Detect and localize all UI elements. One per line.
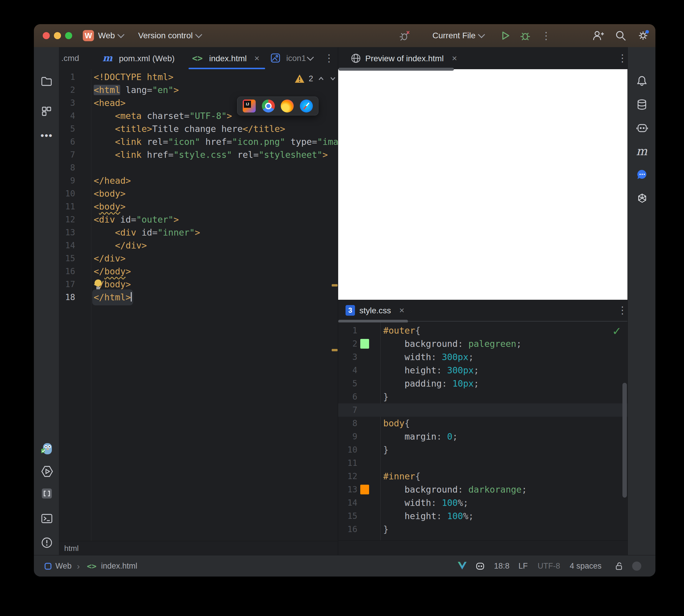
preview-tab[interactable]: Preview of index.html × <box>365 47 457 69</box>
code-line[interactable]: 11<body> <box>59 200 338 213</box>
error-stripe-mark[interactable] <box>332 284 338 286</box>
notifications-bell-icon[interactable] <box>636 75 648 87</box>
css-vertical-scrollbar[interactable] <box>622 383 627 498</box>
code-line[interactable]: 5 padding: 10px; <box>338 377 628 390</box>
services-play-icon[interactable] <box>41 465 52 477</box>
indent-setting[interactable]: 4 spaces <box>570 555 601 576</box>
close-css-icon[interactable]: × <box>399 305 404 315</box>
code-line[interactable]: 16} <box>338 523 628 536</box>
database-icon[interactable] <box>636 98 648 110</box>
project-folder-icon[interactable] <box>41 75 52 87</box>
code-line[interactable]: 15</div> <box>59 252 338 265</box>
line-ending[interactable]: LF <box>518 555 528 576</box>
status-project[interactable]: Web <box>56 555 71 576</box>
gopher-plugin-icon[interactable] <box>41 442 52 454</box>
project-menu[interactable]: Web <box>98 24 124 47</box>
vue-icon[interactable] <box>457 561 467 571</box>
code-line[interactable]: 10} <box>338 443 628 456</box>
line-number: 1 <box>59 71 94 84</box>
intellij-idea-icon[interactable] <box>243 100 256 112</box>
code-line[interactable]: 2<html lang="en"> <box>59 84 338 96</box>
code-line[interactable]: 8 <box>59 161 338 174</box>
problems-icon[interactable] <box>41 536 52 548</box>
code-line[interactable]: 4 height: 300px; <box>338 364 628 377</box>
brackets-icon[interactable] <box>41 487 52 499</box>
css-options-kebab[interactable]: ⋮ <box>617 299 627 321</box>
code-line[interactable]: 6} <box>338 390 628 403</box>
code-line[interactable]: 11 <box>338 456 628 470</box>
structure-icon[interactable] <box>41 105 52 117</box>
tab-cmd[interactable]: .cmd <box>61 47 79 69</box>
code-line[interactable]: 13 background: darkorange; <box>338 483 628 496</box>
debug-button[interactable] <box>519 30 531 42</box>
code-line[interactable]: 1#outer{ <box>338 324 628 337</box>
project-widget-icon[interactable] <box>44 563 52 570</box>
breadcrumb-item-html[interactable]: html <box>64 544 79 553</box>
preview-options-kebab[interactable]: ⋮ <box>617 47 627 69</box>
run-configuration-select[interactable]: Current File <box>432 24 484 47</box>
code-line[interactable]: 3 width: 300px; <box>338 350 628 364</box>
color-swatch[interactable] <box>360 485 369 494</box>
code-editor[interactable]: 1<!DOCTYPE html>2<html lang="en">3<head>… <box>59 69 338 541</box>
error-stripe-mark[interactable] <box>332 349 338 351</box>
code-line[interactable]: 8body{ <box>338 417 628 430</box>
close-preview-icon[interactable]: × <box>452 53 457 63</box>
code-line[interactable]: 12#inner{ <box>338 470 628 483</box>
line-number: 11 <box>59 200 94 213</box>
openai-icon[interactable] <box>636 192 648 204</box>
tab-list-chevron[interactable] <box>308 47 313 69</box>
unlocked-icon[interactable] <box>615 562 624 571</box>
more-actions-button[interactable]: ⋮ <box>541 24 551 47</box>
code-line[interactable]: 14 width: 100%; <box>338 496 628 509</box>
code-line[interactable]: 16</body> <box>59 265 338 278</box>
code-line[interactable]: 7 <box>338 403 628 417</box>
status-file[interactable]: index.html <box>101 555 137 576</box>
firefox-icon[interactable] <box>281 100 294 112</box>
encoding[interactable]: UTF-8 <box>538 555 560 576</box>
chat-icon[interactable] <box>636 169 648 180</box>
ai-assistant-icon[interactable] <box>636 122 648 133</box>
safari-icon[interactable] <box>300 100 313 112</box>
code-line[interactable]: 2 background: palegreen; <box>338 337 628 350</box>
inspection-widget[interactable]: 2 <box>295 72 337 85</box>
code-line[interactable]: 15 height: 100%; <box>338 509 628 523</box>
minimize-window-button[interactable] <box>54 32 61 39</box>
caret-position[interactable]: 18:8 <box>494 555 510 576</box>
close-tab-icon[interactable]: × <box>254 53 259 63</box>
code-line[interactable]: 12<div id="outer"> <box>59 213 338 226</box>
code-line[interactable]: 6 <link rel="icon" href="icon.png" type=… <box>59 135 338 148</box>
tab-options-kebab[interactable]: ⋮ <box>324 47 334 69</box>
more-tools-icon[interactable]: ••• <box>41 130 52 141</box>
search-icon[interactable] <box>615 30 626 42</box>
next-warning-chevron-icon[interactable] <box>329 75 337 83</box>
code-line[interactable]: 14 </div> <box>59 239 338 252</box>
code-line[interactable]: 17</body> <box>59 278 338 291</box>
tab-pom[interactable]: m pom.xml (Web) <box>103 47 175 69</box>
css-editor[interactable]: 1#outer{2 background: palegreen;3 width:… <box>338 323 628 540</box>
terminal-icon[interactable] <box>41 512 52 524</box>
css-tab[interactable]: style.css × <box>359 299 404 321</box>
code-line[interactable]: 13 <div id="inner"> <box>59 226 338 239</box>
code-line[interactable]: 7 <link href="style.css" rel="stylesheet… <box>59 148 338 161</box>
preview-scrollbar[interactable] <box>339 68 454 71</box>
add-user-icon[interactable] <box>592 30 604 42</box>
chrome-icon[interactable] <box>262 100 275 112</box>
prev-warning-chevron-icon[interactable] <box>317 75 325 83</box>
intention-bulb-icon[interactable] <box>93 279 103 294</box>
vcs-menu[interactable]: Version control <box>138 24 201 47</box>
code-line[interactable]: 9 margin: 0; <box>338 430 628 443</box>
code-line[interactable]: 5 <title>Title change here</title> <box>59 123 338 135</box>
settings-gear-icon[interactable] <box>637 30 649 42</box>
code-line[interactable]: 10<body> <box>59 187 338 200</box>
code-line[interactable]: 9</head> <box>59 174 338 187</box>
maven-tool-icon[interactable]: m <box>636 145 648 157</box>
run-button[interactable] <box>499 30 511 42</box>
ai-robot-icon[interactable] <box>475 560 486 571</box>
close-window-button[interactable] <box>43 32 50 39</box>
tab-icon1[interactable]: icon1 <box>271 47 306 69</box>
tab-index-html[interactable]: <> index.html × <box>192 47 259 69</box>
open-in-browser-popup <box>237 96 318 115</box>
color-swatch[interactable] <box>360 339 369 349</box>
bug-disabled-icon[interactable]: × <box>399 30 411 42</box>
zoom-window-button[interactable] <box>65 32 72 39</box>
